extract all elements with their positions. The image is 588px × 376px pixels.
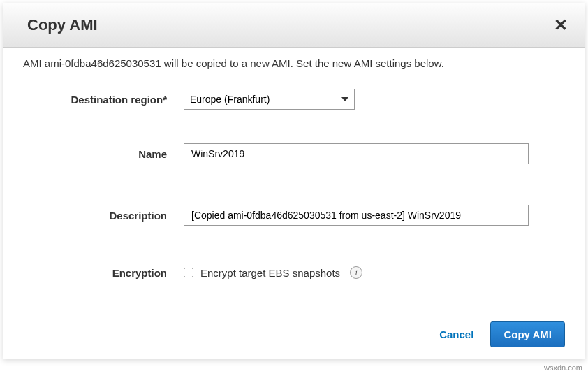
row-description: Description [23,205,565,226]
info-icon[interactable]: i [350,266,362,279]
dialog-title: Copy AMI [27,16,98,34]
description-input[interactable] [184,205,529,226]
label-encryption: Encryption [23,267,184,279]
encryption-checkbox[interactable] [184,268,193,277]
row-name: Name [23,143,565,164]
label-description: Description [23,210,184,222]
label-destination-region: Destination region* [23,94,184,106]
row-encryption: Encryption Encrypt target EBS snapshots … [23,266,565,279]
copy-ami-button[interactable]: Copy AMI [490,321,565,347]
copy-ami-dialog: Copy AMI ✕ AMI ami-0fdba46d625030531 wil… [3,3,585,359]
close-icon[interactable]: ✕ [554,17,568,34]
name-input[interactable] [184,143,529,164]
intro-text: AMI ami-0fdba46d625030531 will be copied… [23,57,565,69]
row-destination-region: Destination region* Europe (Frankfurt) [23,89,565,110]
destination-region-select[interactable]: Europe (Frankfurt) [184,89,355,110]
label-name: Name [23,148,184,160]
dialog-body: AMI ami-0fdba46d625030531 will be copied… [3,48,585,310]
cancel-button[interactable]: Cancel [439,328,473,340]
dialog-header: Copy AMI ✕ [3,3,585,48]
dialog-footer: Cancel Copy AMI [3,310,585,359]
encryption-checkbox-label: Encrypt target EBS snapshots [200,267,340,279]
watermark: wsxdn.com [544,363,582,372]
